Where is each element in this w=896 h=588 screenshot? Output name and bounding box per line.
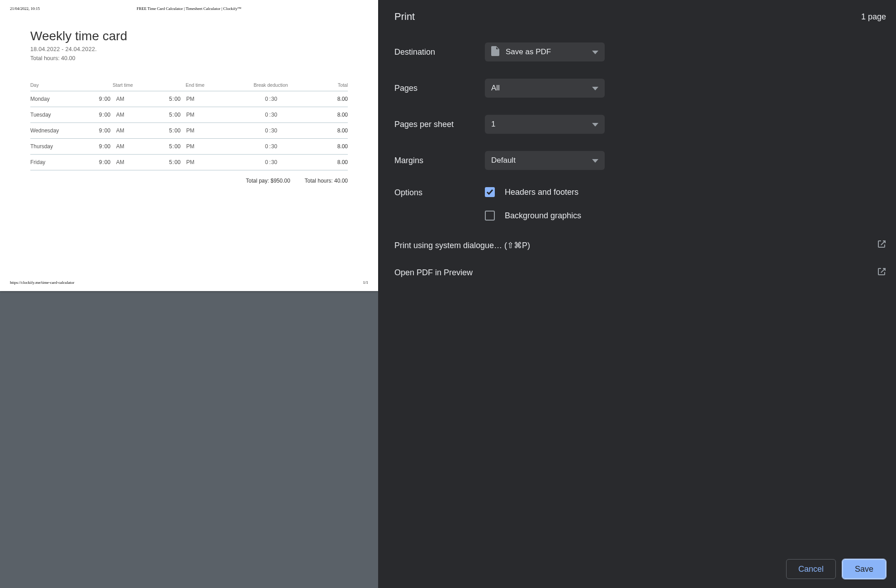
cell-day: Wednesday [30, 123, 96, 139]
margins-dropdown[interactable]: Default [485, 151, 605, 170]
header-title: FREE Time Card Calculator | Timesheet Ca… [0, 6, 378, 11]
open-pdf-preview-label: Open PDF in Preview [394, 268, 473, 278]
chevron-down-icon [592, 120, 598, 128]
background-graphics-checkbox[interactable]: Background graphics [485, 211, 581, 221]
cell-start: 9:00AM [96, 155, 166, 170]
cell-end: 5:00PM [166, 107, 236, 123]
table-row: Tuesday9:00AM5:00PM0:308.00 [30, 107, 348, 123]
cell-break: 0:30 [236, 139, 306, 155]
col-day: Day [30, 82, 96, 91]
col-start: Start time [96, 82, 166, 91]
cell-total: 8.00 [306, 91, 348, 107]
preview-page: 21/04/2022, 10:15 FREE Time Card Calcula… [0, 0, 378, 291]
cancel-button[interactable]: Cancel [786, 559, 836, 579]
footer-url: https://clockify.me/time-card-calculator [10, 280, 75, 285]
open-pdf-preview-link[interactable]: Open PDF in Preview [394, 267, 886, 278]
cell-total: 8.00 [306, 139, 348, 155]
background-graphics-label: Background graphics [505, 211, 581, 221]
cell-break: 0:30 [236, 123, 306, 139]
pages-per-sheet-label: Pages per sheet [394, 120, 485, 129]
table-row: Wednesday9:00AM5:00PM0:308.00 [30, 123, 348, 139]
pages-label: Pages [394, 84, 485, 93]
cell-day: Monday [30, 91, 96, 107]
cell-end: 5:00PM [166, 123, 236, 139]
cell-end: 5:00PM [166, 139, 236, 155]
cell-day: Friday [30, 155, 96, 170]
margins-value: Default [491, 156, 516, 165]
panel-title: Print [394, 11, 415, 23]
col-total: Total [306, 82, 348, 91]
page-count: 1 page [861, 12, 886, 22]
cell-total: 8.00 [306, 155, 348, 170]
destination-label: Destination [394, 47, 485, 57]
table-row: Thursday9:00AM5:00PM0:308.00 [30, 139, 348, 155]
system-dialog-label: Print using system dialogue… (⇧⌘P) [394, 240, 530, 250]
external-link-icon [877, 240, 886, 251]
col-break: Break deduction [236, 82, 306, 91]
timecard-table: Day Start time End time Break deduction … [30, 82, 348, 170]
headers-footers-label: Headers and footers [505, 188, 578, 197]
pages-value: All [491, 84, 500, 93]
pdf-icon [491, 46, 499, 58]
cell-break: 0:30 [236, 91, 306, 107]
cell-start: 9:00AM [96, 139, 166, 155]
cell-day: Tuesday [30, 107, 96, 123]
total-hours-top: Total hours: 40.00 [30, 55, 348, 61]
pages-per-sheet-value: 1 [491, 120, 495, 129]
destination-value: Save as PDF [506, 47, 551, 56]
pages-per-sheet-dropdown[interactable]: 1 [485, 115, 605, 134]
col-end: End time [166, 82, 236, 91]
date-range: 18.04.2022 - 24.04.2022. [30, 46, 348, 52]
cell-start: 9:00AM [96, 91, 166, 107]
system-dialog-link[interactable]: Print using system dialogue… (⇧⌘P) [394, 240, 886, 251]
options-label: Options [394, 187, 485, 221]
cell-break: 0:30 [236, 155, 306, 170]
destination-dropdown[interactable]: Save as PDF [485, 42, 605, 61]
chevron-down-icon [592, 156, 598, 165]
table-row: Monday9:00AM5:00PM0:308.00 [30, 91, 348, 107]
print-preview-area: 21/04/2022, 10:15 FREE Time Card Calcula… [0, 0, 378, 588]
summary-total-hours: Total hours: 40.00 [305, 178, 348, 184]
headers-footers-checkbox[interactable]: Headers and footers [485, 187, 581, 197]
table-row: Friday9:00AM5:00PM0:308.00 [30, 155, 348, 170]
summary-total-pay: Total pay: $950.00 [246, 178, 290, 184]
print-settings-panel: Print 1 page Destination Save as PDF Pag… [378, 0, 896, 588]
footer-page-num: 1/1 [363, 280, 368, 285]
cell-end: 5:00PM [166, 155, 236, 170]
margins-label: Margins [394, 156, 485, 165]
page-title: Weekly time card [30, 29, 348, 43]
checkbox-unchecked-icon [485, 211, 495, 221]
cell-break: 0:30 [236, 107, 306, 123]
chevron-down-icon [592, 84, 598, 92]
cell-day: Thursday [30, 139, 96, 155]
chevron-down-icon [592, 48, 598, 56]
cell-total: 8.00 [306, 107, 348, 123]
cell-start: 9:00AM [96, 123, 166, 139]
cell-start: 9:00AM [96, 107, 166, 123]
cell-end: 5:00PM [166, 91, 236, 107]
pages-dropdown[interactable]: All [485, 79, 605, 98]
checkbox-checked-icon [485, 187, 495, 197]
save-button[interactable]: Save [842, 559, 886, 579]
cell-total: 8.00 [306, 123, 348, 139]
external-link-icon [877, 267, 886, 278]
